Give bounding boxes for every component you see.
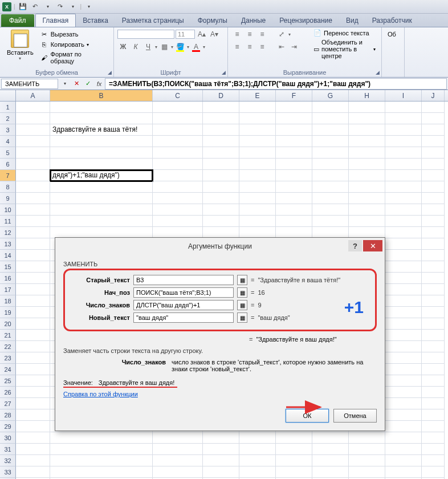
cell-C32[interactable] [153,455,203,466]
font-expand[interactable]: ◢ [222,70,226,75]
cell-D33[interactable] [203,466,239,478]
cell-E10[interactable] [239,204,276,216]
cell-A27[interactable] [16,398,50,409]
cell-H2[interactable] [349,113,385,124]
cell-G2[interactable] [312,113,349,124]
column-header-A[interactable]: A [16,90,50,101]
range-selector-button[interactable]: ▦ [237,312,247,323]
cell-E11[interactable] [239,216,276,227]
cell-A6[interactable] [16,159,50,170]
name-box[interactable] [1,79,58,89]
cell-F6[interactable] [276,159,312,170]
cell-H5[interactable] [349,147,385,159]
cell-J3[interactable] [422,124,445,136]
cell-B3[interactable]: Здравствуйте я ваша тётя! [50,124,153,136]
cell-D8[interactable] [203,181,239,193]
row-header-18[interactable]: 18 [0,295,16,307]
cell-B7[interactable]: дядя")+1;"ваш дядя") [50,170,153,181]
cell-C2[interactable] [153,113,203,124]
cell-J19[interactable] [422,307,445,318]
cell-I9[interactable] [385,193,422,204]
cell-E5[interactable] [239,147,276,159]
cell-E8[interactable] [239,181,276,193]
column-header-B[interactable]: B [50,90,153,101]
cell-C3[interactable] [153,124,203,136]
cell-J10[interactable] [422,204,445,216]
cell-D30[interactable] [203,432,239,444]
cell-C9[interactable] [153,193,203,204]
cell-E4[interactable] [239,136,276,147]
increase-font-button[interactable]: A▴ [196,29,207,40]
cell-G8[interactable] [312,181,349,193]
merge-dropdown[interactable]: ▾ [373,47,376,52]
cell-J32[interactable] [422,455,445,466]
row-header-17[interactable]: 17 [0,284,16,295]
row-header-20[interactable]: 20 [0,318,16,330]
row-header-5[interactable]: 5 [0,147,16,159]
cell-B30[interactable] [50,432,153,444]
row-header-23[interactable]: 23 [0,352,16,364]
cell-I22[interactable] [385,341,422,352]
cell-B31[interactable] [50,444,153,455]
row-header-29[interactable]: 29 [0,421,16,432]
cell-I19[interactable] [385,307,422,318]
copy-button[interactable]: ⎘ Копировать ▾ [39,40,108,49]
row-header-33[interactable]: 33 [0,466,16,478]
cell-I20[interactable] [385,318,422,330]
column-header-J[interactable]: J [422,90,445,101]
cell-A11[interactable] [16,216,50,227]
row-header-7[interactable]: 7 [0,170,16,181]
cell-D31[interactable] [203,444,239,455]
cell-I21[interactable] [385,330,422,341]
column-header-H[interactable]: H [349,90,385,101]
font-name-select[interactable] [117,30,174,39]
cell-A18[interactable] [16,295,50,307]
clipboard-expand[interactable]: ◢ [108,70,112,75]
cell-G1[interactable] [312,102,349,113]
cell-D12[interactable] [203,227,239,238]
select-all-corner[interactable] [0,90,16,101]
cell-G32[interactable] [312,455,349,466]
cell-A30[interactable] [16,432,50,444]
cell-H9[interactable] [349,193,385,204]
cell-D7[interactable] [203,170,239,181]
cell-F5[interactable] [276,147,312,159]
cell-A24[interactable] [16,364,50,375]
cell-A17[interactable] [16,284,50,295]
cell-D1[interactable] [203,102,239,113]
cell-I27[interactable] [385,398,422,409]
cell-E2[interactable] [239,113,276,124]
merge-center-button[interactable]: ▭ Объединить и поместить в центре ▾ [311,38,378,60]
cell-B1[interactable] [50,102,153,113]
cell-H12[interactable] [349,227,385,238]
cell-A32[interactable] [16,455,50,466]
cell-F31[interactable] [276,444,312,455]
cell-I5[interactable] [385,147,422,159]
cell-J1[interactable] [422,102,445,113]
arg-input-2[interactable] [133,300,234,310]
cell-I4[interactable] [385,136,422,147]
cell-E12[interactable] [239,227,276,238]
cell-D10[interactable] [203,204,239,216]
cell-F32[interactable] [276,455,312,466]
cell-I8[interactable] [385,181,422,193]
tab-view[interactable]: Вид [339,14,365,27]
row-header-13[interactable]: 13 [0,238,16,250]
cell-D6[interactable] [203,159,239,170]
cell-J15[interactable] [422,261,445,273]
cell-D4[interactable] [203,136,239,147]
cell-H32[interactable] [349,455,385,466]
formula-input[interactable]: =ЗАМЕНИТЬ(B3;ПОИСК("ваша тётя";B3;1);ДЛС… [105,78,447,90]
cell-C30[interactable] [153,432,203,444]
cell-H6[interactable] [349,159,385,170]
cell-I6[interactable] [385,159,422,170]
row-header-26[interactable]: 26 [0,387,16,398]
cell-I13[interactable] [385,238,422,250]
cell-C5[interactable] [153,147,203,159]
cell-C33[interactable] [153,466,203,478]
cell-I24[interactable] [385,364,422,375]
tab-page-layout[interactable]: Разметка страницы [115,14,191,27]
cell-J16[interactable] [422,273,445,284]
row-header-19[interactable]: 19 [0,307,16,318]
cell-D9[interactable] [203,193,239,204]
